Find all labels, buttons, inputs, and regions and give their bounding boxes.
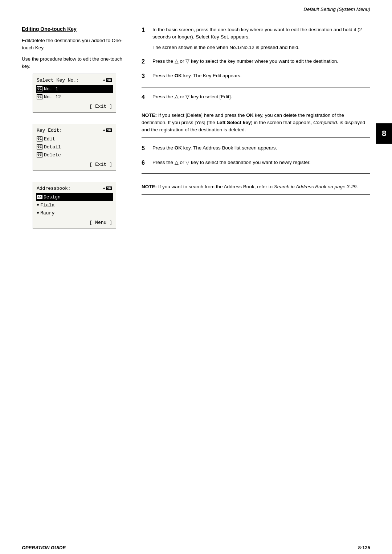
step-3-num: 3 [142, 72, 150, 80]
person-icon-2: ♦ [37, 210, 39, 216]
intro-text-1: Edit/delete the destinations you added t… [22, 37, 131, 52]
screen2-row3-num: 03 [37, 152, 42, 157]
step-4: 4 Press the △ or ▽ key to select [Edit]. [142, 93, 370, 101]
screen1-row1: 01 No. 1 [36, 85, 113, 93]
screen2-header-row: Key Edit: ⬧ OK [36, 126, 113, 134]
screen1-row2: 02 No. 12 [36, 93, 113, 101]
step-2-text-main: Press the △ or ▽ key to select the key n… [152, 58, 370, 65]
divider-1 [142, 87, 370, 87]
step-1-text-note: The screen shown is the one when No.1/No… [152, 44, 370, 51]
step-6-text: Press the △ or ▽ key to select the desti… [152, 159, 370, 166]
screen1-row1-num: 01 [37, 86, 42, 91]
screen2-row3: 03 Delete [36, 151, 113, 159]
screen3-row3-text: Maury [40, 210, 54, 216]
screen1-header-row: Select Key No.: ⬧ OK [36, 76, 113, 84]
chapter-marker: 8 [376, 123, 392, 144]
step-6-num: 6 [142, 159, 150, 167]
screen3-row2: ♦ Fiala [36, 201, 113, 209]
step-5-text: Press the OK key. The Address Book list … [152, 144, 370, 152]
section-heading: Editing One-touch Key [22, 26, 131, 32]
step-1-text: In the basic screen, press the one-touch… [152, 26, 370, 51]
left-column: Editing One-touch Key Edit/delete the de… [22, 26, 138, 240]
divider-2 [142, 173, 370, 174]
screen2-ok-box: OK [106, 128, 113, 132]
screen2-row1-num: 01 [37, 136, 42, 141]
screen3-ok-box: OK [106, 186, 113, 190]
screen3-section: Addressbook: ⬧ OK ⚙⚙ Design ♦ Fiala [22, 182, 131, 229]
screen1-row2-num: 02 [37, 94, 42, 99]
screen3-menu-label: [ Menu ] [90, 220, 112, 225]
note-1-text: NOTE: If you select [Delete] here and pr… [142, 112, 370, 134]
step-5-text-main: Press the OK key. The Address Book list … [152, 144, 370, 152]
screen1-header-label: Select Key No.: [37, 78, 79, 83]
step-3-text-main: Press the OK key. The Key Edit appears. [152, 72, 370, 79]
header-title: Default Setting (System Menu) [303, 7, 370, 12]
screen3-row2-text: Fiala [40, 202, 54, 208]
screen3-header-label: Addressbook: [37, 186, 71, 191]
screen2-row1: 01 Edit [36, 135, 113, 143]
screen3-row1-text: Design [44, 194, 61, 200]
page-container: Default Setting (System Menu) 8 Editing … [0, 0, 392, 554]
page-footer: OPERATION GUIDE 8-125 [0, 541, 392, 554]
screen2-header-label: Key Edit: [37, 128, 62, 133]
note-box-1: NOTE: If you select [Delete] here and pr… [142, 108, 370, 138]
screen2-section: Key Edit: ⬧ OK 01 Edit 02 Detail [22, 124, 131, 171]
step-3-text: Press the OK key. The Key Edit appears. [152, 72, 370, 79]
screen2-row1-text: Edit [44, 136, 55, 142]
screen2-ok-badge: ⬧ OK [103, 128, 113, 133]
screen1-diamond: ⬧ [103, 78, 105, 83]
screen1-ok-box: OK [106, 78, 113, 82]
screen1-section: Select Key No.: ⬧ OK 01 No. 1 02 No. 12 [22, 74, 131, 113]
screen2-row2: 02 Detail [36, 143, 113, 151]
screen3-header-row: Addressbook: ⬧ OK [36, 184, 113, 192]
step-4-text-main: Press the △ or ▽ key to select [Edit]. [152, 93, 370, 100]
screen2-row2-num: 02 [37, 144, 42, 149]
group-icon: ⚙⚙ [37, 195, 42, 199]
main-content: Editing One-touch Key Edit/delete the de… [0, 15, 392, 240]
right-column: 1 In the basic screen, press the one-tou… [138, 26, 370, 240]
step-5: 5 Press the OK key. The Address Book lis… [142, 144, 370, 152]
screen1-row1-text: No. 1 [44, 86, 58, 92]
step-6: 6 Press the △ or ▽ key to select the des… [142, 159, 370, 167]
screen1-exit-row: [ Exit ] [36, 102, 113, 110]
person-icon-1: ♦ [37, 202, 39, 208]
intro-text-2: Use the procedure below to edit the one-… [22, 56, 131, 70]
step-6-text-main: Press the △ or ▽ key to select the desti… [152, 159, 370, 166]
step-1-text-main: In the basic screen, press the one-touch… [152, 26, 370, 41]
screen2: Key Edit: ⬧ OK 01 Edit 02 Detail [33, 124, 116, 171]
screen3: Addressbook: ⬧ OK ⚙⚙ Design ♦ Fiala [33, 182, 116, 229]
step-3: 3 Press the OK key. The Key Edit appears… [142, 72, 370, 80]
step-1: 1 In the basic screen, press the one-tou… [142, 26, 370, 51]
screen1-exit-label: [ Exit ] [90, 104, 112, 109]
screen2-exit-label: [ Exit ] [90, 162, 112, 167]
screen3-ok-badge: ⬧ OK [103, 186, 113, 191]
screen3-menu-row: [ Menu ] [36, 218, 113, 226]
step-2-text: Press the △ or ▽ key to select the key n… [152, 58, 370, 65]
screen2-diamond: ⬧ [103, 128, 105, 133]
note-box-2: NOTE: If you want to search from the Add… [142, 180, 370, 194]
step-4-text: Press the △ or ▽ key to select [Edit]. [152, 93, 370, 100]
footer-right: 8-125 [358, 545, 370, 550]
screen1-ok-badge: ⬧ OK [103, 78, 113, 83]
step-2-num: 2 [142, 58, 150, 66]
screen2-row2-text: Detail [44, 144, 61, 150]
screen1-row2-text: No. 12 [44, 94, 61, 100]
step-1-num: 1 [142, 26, 150, 34]
step-5-num: 5 [142, 144, 150, 152]
screen2-exit-row: [ Exit ] [36, 160, 113, 168]
page-header: Default Setting (System Menu) [0, 0, 392, 15]
note-2-prefix: NOTE: [142, 184, 157, 189]
footer-left: OPERATION GUIDE [22, 545, 66, 550]
screen2-row3-text: Delete [44, 152, 61, 158]
note-2-text: NOTE: If you want to search from the Add… [142, 183, 370, 190]
screen3-diamond: ⬧ [103, 186, 105, 191]
screen1: Select Key No.: ⬧ OK 01 No. 1 02 No. 12 [33, 74, 116, 113]
screen3-row1: ⚙⚙ Design [36, 193, 113, 201]
note-1-prefix: NOTE: [142, 112, 157, 118]
screen3-row3: ♦ Maury [36, 209, 113, 217]
step-2: 2 Press the △ or ▽ key to select the key… [142, 58, 370, 66]
step-4-num: 4 [142, 93, 150, 101]
